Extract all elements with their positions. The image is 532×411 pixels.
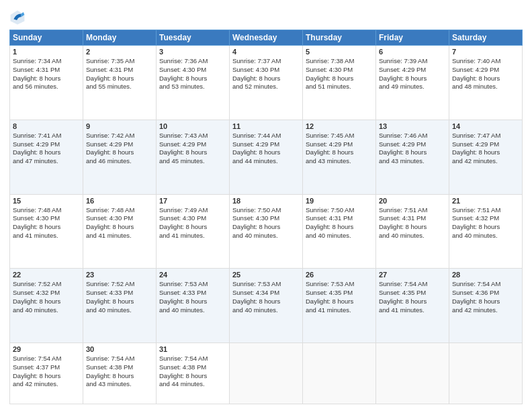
calendar-cell: 6Sunrise: 7:39 AMSunset: 4:29 PMDaylight…: [376, 46, 449, 120]
cell-info-line: Sunrise: 7:37 AM: [232, 57, 300, 66]
calendar-cell: 15Sunrise: 7:48 AMSunset: 4:30 PMDayligh…: [10, 194, 83, 269]
cell-info-line: Sunrise: 7:46 AM: [379, 132, 446, 140]
calendar-cell: 23Sunrise: 7:52 AMSunset: 4:33 PMDayligh…: [83, 269, 157, 343]
cell-info-line: Sunset: 4:34 PM: [232, 289, 300, 298]
cell-info-line: and 40 minutes.: [86, 306, 153, 315]
cell-info-line: Daylight: 8 hours: [306, 298, 373, 306]
cell-info-line: and 42 minutes.: [452, 157, 519, 166]
calendar-cell: 28Sunrise: 7:54 AMSunset: 4:36 PMDayligh…: [449, 269, 523, 343]
day-number: 11: [232, 122, 300, 130]
calendar-cell: 25Sunrise: 7:53 AMSunset: 4:34 PMDayligh…: [230, 269, 303, 343]
cell-info-line: Sunrise: 7:44 AM: [232, 132, 300, 140]
calendar-cell: 17Sunrise: 7:49 AMSunset: 4:30 PMDayligh…: [157, 194, 230, 269]
cell-info-line: Sunrise: 7:36 AM: [159, 57, 226, 66]
day-number: 25: [232, 271, 300, 279]
day-number: 23: [86, 271, 153, 279]
calendar-cell: 29Sunrise: 7:54 AMSunset: 4:37 PMDayligh…: [10, 343, 83, 404]
cell-info-line: and 51 minutes.: [306, 83, 373, 91]
calendar-cell: 9Sunrise: 7:42 AMSunset: 4:29 PMDaylight…: [83, 120, 157, 194]
calendar-table: SundayMondayTuesdayWednesdayThursdayFrid…: [9, 30, 523, 404]
cell-info-line: and 43 minutes.: [306, 157, 373, 166]
calendar-cell: 13Sunrise: 7:46 AMSunset: 4:29 PMDayligh…: [376, 120, 449, 194]
day-number: 6: [379, 48, 446, 56]
cell-info-line: Sunset: 4:31 PM: [306, 214, 373, 223]
cell-info-line: Sunset: 4:30 PM: [232, 214, 300, 223]
calendar-cell: 31Sunrise: 7:54 AMSunset: 4:38 PMDayligh…: [157, 343, 230, 404]
cell-info-line: and 44 minutes.: [232, 157, 300, 166]
cell-info-line: Sunrise: 7:41 AM: [13, 132, 80, 140]
cell-info-line: Daylight: 8 hours: [306, 223, 373, 232]
cell-info-line: and 43 minutes.: [86, 380, 153, 389]
cell-info-line: Sunset: 4:35 PM: [306, 289, 373, 298]
cell-info-line: Sunset: 4:29 PM: [452, 140, 519, 149]
cell-info-line: and 42 minutes.: [452, 306, 519, 315]
cell-info-line: Daylight: 8 hours: [452, 298, 519, 306]
cell-info-line: Sunrise: 7:50 AM: [306, 206, 373, 215]
cell-info-line: Sunset: 4:32 PM: [452, 214, 519, 223]
day-number: 20: [379, 197, 446, 205]
cell-info-line: Sunset: 4:30 PM: [86, 214, 153, 223]
day-number: 7: [452, 48, 519, 56]
day-number: 15: [13, 197, 80, 205]
cell-info-line: Sunset: 4:33 PM: [86, 289, 153, 298]
calendar-cell: 11Sunrise: 7:44 AMSunset: 4:29 PMDayligh…: [230, 120, 303, 194]
cell-info-line: and 53 minutes.: [159, 83, 226, 91]
cell-info-line: Daylight: 8 hours: [159, 75, 226, 83]
header: [9, 7, 523, 26]
calendar-cell: 1Sunrise: 7:34 AMSunset: 4:31 PMDaylight…: [10, 46, 83, 120]
cell-info-line: Sunset: 4:38 PM: [86, 363, 153, 372]
calendar-day-header: Saturday: [449, 30, 523, 46]
cell-info-line: and 41 minutes.: [379, 306, 446, 315]
cell-info-line: Daylight: 8 hours: [306, 75, 373, 83]
cell-info-line: Daylight: 8 hours: [379, 148, 446, 157]
cell-info-line: Sunrise: 7:52 AM: [13, 280, 80, 289]
cell-info-line: Sunset: 4:31 PM: [379, 214, 446, 223]
day-number: 21: [452, 197, 519, 205]
calendar-cell: 12Sunrise: 7:45 AMSunset: 4:29 PMDayligh…: [303, 120, 376, 194]
cell-info-line: Sunrise: 7:54 AM: [86, 355, 153, 363]
cell-info-line: Daylight: 8 hours: [86, 372, 153, 381]
cell-info-line: Sunrise: 7:40 AM: [452, 57, 519, 66]
cell-info-line: Sunset: 4:35 PM: [379, 289, 446, 298]
cell-info-line: and 40 minutes.: [159, 306, 226, 315]
calendar-cell: [230, 343, 303, 404]
day-number: 9: [86, 122, 153, 130]
calendar-cell: 16Sunrise: 7:48 AMSunset: 4:30 PMDayligh…: [83, 194, 157, 269]
day-number: 19: [306, 197, 373, 205]
cell-info-line: Daylight: 8 hours: [379, 223, 446, 232]
calendar-cell: 18Sunrise: 7:50 AMSunset: 4:30 PMDayligh…: [230, 194, 303, 269]
cell-info-line: Sunrise: 7:54 AM: [379, 280, 446, 289]
calendar-cell: 24Sunrise: 7:53 AMSunset: 4:33 PMDayligh…: [157, 269, 230, 343]
calendar-header-row: SundayMondayTuesdayWednesdayThursdayFrid…: [10, 30, 523, 46]
cell-info-line: and 40 minutes.: [379, 232, 446, 240]
calendar-cell: 21Sunrise: 7:51 AMSunset: 4:32 PMDayligh…: [449, 194, 523, 269]
day-number: 30: [86, 345, 153, 353]
cell-info-line: Sunrise: 7:35 AM: [86, 57, 153, 66]
calendar-day-header: Thursday: [303, 30, 376, 46]
cell-info-line: and 56 minutes.: [13, 83, 80, 91]
cell-info-line: Sunset: 4:30 PM: [13, 214, 80, 223]
cell-info-line: Sunset: 4:29 PM: [13, 140, 80, 149]
day-number: 28: [452, 271, 519, 279]
cell-info-line: Sunrise: 7:39 AM: [379, 57, 446, 66]
cell-info-line: and 40 minutes.: [306, 232, 373, 240]
cell-info-line: and 47 minutes.: [13, 157, 80, 166]
day-number: 14: [452, 122, 519, 130]
calendar-week-row: 15Sunrise: 7:48 AMSunset: 4:30 PMDayligh…: [10, 194, 523, 269]
cell-info-line: and 40 minutes.: [232, 232, 300, 240]
day-number: 26: [306, 271, 373, 279]
cell-info-line: Daylight: 8 hours: [452, 75, 519, 83]
cell-info-line: Sunset: 4:29 PM: [379, 140, 446, 149]
cell-info-line: Sunrise: 7:34 AM: [13, 57, 80, 66]
cell-info-line: Daylight: 8 hours: [232, 148, 300, 157]
cell-info-line: Daylight: 8 hours: [452, 223, 519, 232]
cell-info-line: and 49 minutes.: [379, 83, 446, 91]
calendar-cell: 7Sunrise: 7:40 AMSunset: 4:29 PMDaylight…: [449, 46, 523, 120]
cell-info-line: Daylight: 8 hours: [86, 223, 153, 232]
cell-info-line: and 40 minutes.: [452, 232, 519, 240]
cell-info-line: and 55 minutes.: [86, 83, 153, 91]
calendar-cell: 14Sunrise: 7:47 AMSunset: 4:29 PMDayligh…: [449, 120, 523, 194]
day-number: 29: [13, 345, 80, 353]
cell-info-line: Sunrise: 7:52 AM: [86, 280, 153, 289]
cell-info-line: Sunset: 4:36 PM: [452, 289, 519, 298]
